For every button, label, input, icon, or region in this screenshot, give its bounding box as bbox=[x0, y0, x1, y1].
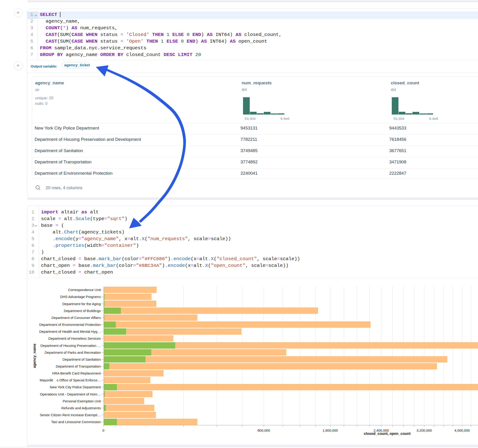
svg-text:Mayorâ€ s Office of Special En: Mayorâ€ s Office of Special Enforce… bbox=[40, 378, 101, 382]
svg-text:Department of Health and Menta: Department of Health and Mental Hyg… bbox=[39, 330, 101, 333]
svg-text:Department of Transportation: Department of Transportation bbox=[56, 364, 101, 368]
svg-text:Department of Buildings: Department of Buildings bbox=[64, 309, 101, 313]
svg-text:Refunds and Adjustments: Refunds and Adjustments bbox=[61, 406, 101, 410]
svg-text:Operations Unit - Department o: Operations Unit - Department of Hom… bbox=[40, 392, 101, 396]
svg-text:Correspondence Unit: Correspondence Unit bbox=[68, 288, 101, 292]
svg-text:Department for the Aging: Department for the Aging bbox=[62, 302, 101, 306]
svg-text:Department of Environmental Pr: Department of Environmental Protection bbox=[39, 323, 101, 327]
svg-text:Department of Sanitation: Department of Sanitation bbox=[63, 357, 101, 361]
svg-text:Senior Citizen Rent Increase E: Senior Citizen Rent Increase Exempti… bbox=[40, 413, 101, 417]
svg-text:Department of Parks and Recrea: Department of Parks and Recreation bbox=[45, 350, 101, 355]
svg-text:New York City Police Departmen: New York City Police Department bbox=[50, 385, 101, 389]
svg-text:4,000,000: 4,000,000 bbox=[454, 428, 470, 432]
svg-text:Department of Consumer Affairs: Department of Consumer Affairs bbox=[51, 316, 101, 320]
svg-text:800,000: 800,000 bbox=[258, 428, 270, 432]
svg-text:DHS Advantage Programs: DHS Advantage Programs bbox=[60, 295, 101, 299]
svg-text:Department of Homeless Service: Department of Homeless Services bbox=[48, 336, 101, 340]
svg-text:Department of Housing Preserva: Department of Housing Preservation … bbox=[40, 344, 101, 348]
svg-text:Taxi and Limousine Commission: Taxi and Limousine Commission bbox=[51, 420, 101, 424]
svg-text:agency_name: agency_name bbox=[32, 344, 37, 368]
svg-text:1,600,000: 1,600,000 bbox=[323, 428, 338, 432]
svg-text:0: 0 bbox=[102, 428, 104, 432]
svg-text:Personal Exemption Unit: Personal Exemption Unit bbox=[63, 399, 101, 403]
svg-text:HRA Benefit Card Replacement: HRA Benefit Card Replacement bbox=[52, 371, 101, 375]
svg-text:closed_count, open_count: closed_count, open_count bbox=[364, 432, 411, 436]
svg-text:3,200,000: 3,200,000 bbox=[416, 428, 432, 432]
